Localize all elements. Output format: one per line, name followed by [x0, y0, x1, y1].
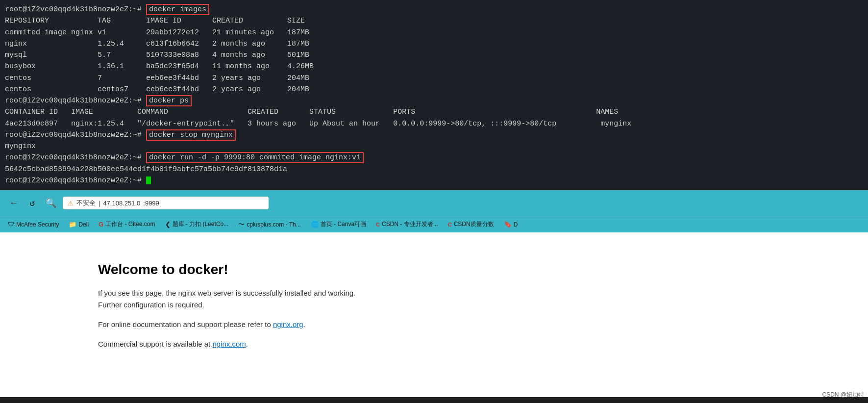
webpage-para2: For online documentation and support ple… — [98, 319, 372, 330]
mcafee-icon: 🛡 — [8, 221, 14, 228]
prompt-4: root@iZ2vc00qqd4k31b8nozw2eZ:~# — [5, 153, 146, 162]
bookmark-label: Dell — [78, 221, 89, 228]
bookmark-label: 题库 - 力扣 (LeetCo... — [173, 220, 229, 228]
csdn-watermark: CSDN @妞加特 — [822, 391, 864, 397]
cplusplus-icon: 〜 — [238, 220, 245, 229]
refresh-button[interactable]: ↺ — [25, 196, 39, 210]
cmd-docker-images: docker images — [146, 4, 209, 15]
cmd-docker-run: docker run -d -p 9999:80 commited_image_… — [146, 152, 364, 163]
nginx-com-link[interactable]: nginx.com — [212, 340, 246, 348]
extra-icon: 🔖 — [504, 221, 512, 228]
terminal-line-row2: nginx 1.25.4 c613f16b6642 2 months ago 1… — [5, 38, 863, 50]
prompt-2: root@iZ2vc00qqd4k31b8nozw2eZ:~# — [5, 97, 146, 105]
cmd-docker-ps: docker ps — [146, 95, 192, 106]
webpage-title: Welcome to docker! — [98, 262, 770, 277]
bookmark-canva[interactable]: 🌐 首页 - Canva可画 — [307, 219, 370, 229]
bookmark-label: 工作台 - Gitee.com — [105, 220, 155, 228]
security-warning-icon: ⚠ — [68, 200, 74, 207]
terminal-line-4: root@iZ2vc00qqd4k31b8nozw2eZ:~# docker r… — [5, 152, 863, 163]
bookmark-cplusplus[interactable]: 〜 cplusplus.com - Th... — [234, 219, 304, 230]
terminal-final-prompt: root@iZ2vc00qqd4k31b8nozw2eZ:~# — [5, 175, 863, 186]
terminal-line-2: root@iZ2vc00qqd4k31b8nozw2eZ:~# docker p… — [5, 95, 863, 106]
bookmark-label: cplusplus.com - Th... — [247, 221, 300, 228]
address-separator: | — [99, 200, 100, 207]
para3-prefix: Commercial support is available at — [98, 340, 212, 348]
terminal-window: root@iZ2vc00qqd4k31b8nozw2eZ:~# docker i… — [0, 0, 868, 190]
terminal-line-row5: centos 7 eeb6ee3f44bd 2 years ago 204MB — [5, 73, 863, 84]
canva-icon: 🌐 — [311, 221, 319, 228]
cursor — [146, 176, 151, 184]
bookmark-label: McAfee Security — [16, 221, 59, 228]
bookmark-csdn1[interactable]: C CSDN - 专业开发者... — [372, 219, 442, 229]
bookmark-label: CSDN质量分数 — [454, 220, 494, 228]
cmd-docker-stop: docker stop mynginx — [146, 129, 236, 141]
browser-toolbar: ← ↺ 🔍 ⚠ 不安全 | 47.108.251.0:9999 — [0, 190, 868, 216]
address-bar[interactable]: ⚠ 不安全 | 47.108.251.0:9999 — [63, 197, 269, 209]
para2-prefix: For online documentation and support ple… — [98, 320, 273, 328]
bookmark-dell[interactable]: 📁 Dell — [65, 220, 93, 229]
webpage-para3: Commercial support is available at nginx… — [98, 338, 372, 350]
bookmark-label: CSDN - 专业开发者... — [382, 220, 438, 228]
csdn2-icon: C — [448, 222, 452, 227]
webpage-para1: If you see this page, the nginx web serv… — [98, 287, 372, 311]
para2-suffix: . — [303, 320, 305, 328]
webpage-content: Welcome to docker! If you see this page,… — [0, 232, 868, 397]
search-button[interactable]: 🔍 — [44, 196, 58, 210]
terminal-line-row4: busybox 1.36.1 ba5dc23f65d4 11 months ag… — [5, 61, 863, 72]
bookmarks-bar: 🛡 McAfee Security 📁 Dell G 工作台 - Gitee.c… — [0, 216, 868, 232]
terminal-line-header1: REPOSITORY TAG IMAGE ID CREATED SIZE — [5, 15, 863, 26]
terminal-ps-row1: 4ac213d0c897 nginx:1.25.4 "/docker-entry… — [5, 118, 863, 129]
terminal-line-row6: centos centos7 eeb6ee3f44bd 2 years ago … — [5, 84, 863, 95]
terminal-stop-output: mynginx — [5, 141, 863, 152]
leetcode-icon: ❮ — [165, 221, 171, 228]
nginx-org-link[interactable]: nginx.org — [273, 320, 303, 328]
terminal-line-3: root@iZ2vc00qqd4k31b8nozw2eZ:~# docker s… — [5, 129, 863, 141]
security-warning-text: 不安全 — [76, 199, 96, 207]
bookmark-mcafee[interactable]: 🛡 McAfee Security — [4, 220, 63, 229]
prompt-3: root@iZ2vc00qqd4k31b8nozw2eZ:~# — [5, 131, 146, 139]
bookmark-gitee[interactable]: G 工作台 - Gitee.com — [95, 219, 159, 229]
bookmark-label: D — [514, 221, 518, 228]
bookmark-leetcode[interactable]: ❮ 题库 - 力扣 (LeetCo... — [161, 219, 233, 229]
back-button[interactable]: ← — [7, 196, 21, 210]
terminal-line-row1: commited_image_nginx v1 29abb1272e12 21 … — [5, 27, 863, 38]
bookmark-label: 首页 - Canva可画 — [321, 220, 366, 228]
para3-suffix: . — [246, 340, 248, 348]
terminal-ps-header: CONTAINER ID IMAGE COMMAND CREATED STATU… — [5, 106, 863, 118]
prompt: root@iZ2vc00qqd4k31b8nozw2eZ:~# — [5, 5, 146, 14]
prompt-5: root@iZ2vc00qqd4k31b8nozw2eZ:~# — [5, 176, 146, 185]
csdn1-icon: C — [376, 222, 380, 227]
terminal-run-output: 5642c5cbad853994a228b500ee544ed1f4b81f9a… — [5, 164, 863, 175]
terminal-line-row3: mysql 5.7 5107333e08a8 4 months ago 501M… — [5, 50, 863, 61]
bookmark-csdn2[interactable]: C CSDN质量分数 — [444, 219, 498, 229]
terminal-line-1: root@iZ2vc00qqd4k31b8nozw2eZ:~# docker i… — [5, 4, 863, 15]
dell-icon: 📁 — [69, 221, 76, 228]
bookmark-extra[interactable]: 🔖 D — [500, 220, 522, 229]
address-port: :9999 — [143, 200, 159, 207]
address-url: 47.108.251.0 — [103, 200, 140, 207]
gitee-icon: G — [99, 221, 103, 228]
